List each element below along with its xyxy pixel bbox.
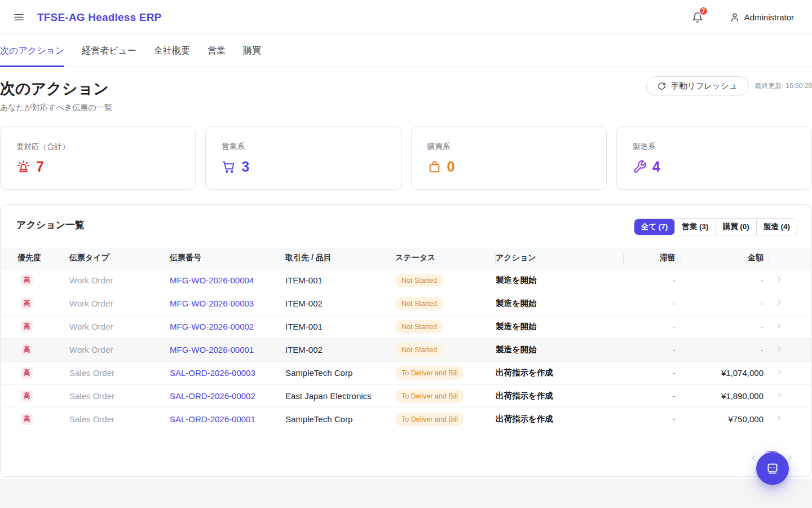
- party: SampleTech Corp: [285, 408, 395, 431]
- delay-value: -: [624, 292, 681, 315]
- siren-icon: [16, 160, 30, 174]
- table-row[interactable]: 高 Sales Order SAL-ORD-2026-00003 SampleT…: [1, 361, 811, 384]
- delay-value: -: [624, 315, 681, 338]
- action-label: 製造を開始: [496, 338, 624, 361]
- doc-type: Sales Order: [69, 408, 170, 431]
- amount-value: ¥1,890,000: [681, 384, 769, 408]
- party: ITEM-001: [285, 315, 395, 338]
- action-list-panel: アクション一覧 全て (7) 営業 (3) 購買 (0) 製造 (4) 優先度 …: [0, 204, 812, 477]
- doc-link[interactable]: SAL-ORD-2026-00001: [170, 414, 255, 424]
- amount-value: -: [681, 338, 769, 361]
- card-label: 要対応（合計）: [16, 142, 179, 152]
- party: ITEM-002: [285, 338, 395, 361]
- status-badge: To Deliver and Bill: [395, 413, 464, 426]
- action-table: 優先度 伝票タイプ 伝票番号 取引先 / 品目 ステータス アクション 滞留 金…: [1, 248, 811, 431]
- action-label: 製造を開始: [496, 292, 624, 315]
- doc-type: Sales Order: [69, 384, 170, 408]
- doc-link[interactable]: SAL-ORD-2026-00002: [170, 391, 255, 401]
- table-row[interactable]: 高 Work Order MFG-WO-2026-00003 ITEM-002 …: [1, 292, 811, 315]
- page-subtitle: あなたが対応すべき伝票の一覧: [0, 103, 812, 113]
- user-icon: [730, 12, 740, 23]
- app-title: TFSE-AG Headless ERP: [37, 11, 161, 24]
- card-manufacturing: 製造系 4: [616, 126, 812, 190]
- doc-link[interactable]: MFG-WO-2026-00002: [170, 322, 254, 331]
- chevron-right-icon[interactable]: [775, 344, 784, 353]
- filter-all[interactable]: 全て (7): [634, 219, 675, 235]
- status-badge: Not Started: [395, 297, 443, 310]
- doc-link[interactable]: MFG-WO-2026-00003: [170, 299, 254, 308]
- doc-type: Work Order: [69, 292, 170, 315]
- filter-manufacturing[interactable]: 製造 (4): [756, 219, 797, 235]
- tab-sales[interactable]: 営業: [208, 35, 226, 67]
- table-row[interactable]: 高 Work Order MFG-WO-2026-00002 ITEM-001 …: [1, 315, 811, 338]
- card-label: 営業系: [222, 142, 385, 152]
- priority-badge: 高: [21, 321, 33, 332]
- filter-sales[interactable]: 営業 (3): [674, 219, 715, 235]
- tab-purchase[interactable]: 購買: [243, 35, 261, 67]
- chevron-right-icon[interactable]: [775, 414, 784, 423]
- card-value: 4: [652, 159, 660, 175]
- priority-badge: 高: [21, 297, 33, 309]
- chevron-right-icon[interactable]: [775, 321, 784, 330]
- filter-group: 全て (7) 営業 (3) 購買 (0) 製造 (4): [634, 218, 797, 235]
- bot-icon: [765, 461, 780, 476]
- doc-link[interactable]: SAL-ORD-2026-00003: [170, 368, 255, 378]
- shopping-bag-icon: [427, 160, 442, 174]
- table-row[interactable]: 高 Work Order MFG-WO-2026-00004 ITEM-001 …: [1, 269, 811, 292]
- manual-refresh-button[interactable]: 手動リフレッシュ: [646, 76, 749, 95]
- action-label: 出荷指示を作成: [496, 384, 624, 408]
- notification-bell-icon[interactable]: 7: [692, 12, 703, 23]
- amount-value: ¥1,074,000: [681, 361, 769, 384]
- card-value: 7: [36, 159, 44, 175]
- table-row[interactable]: 高 Work Order MFG-WO-2026-00001 ITEM-002 …: [1, 338, 811, 361]
- card-value: 0: [447, 159, 455, 175]
- cart-icon: [222, 160, 236, 174]
- tab-company-overview[interactable]: 全社概要: [154, 35, 190, 67]
- status-badge: To Deliver and Bill: [395, 389, 464, 403]
- col-header-doc-type: 伝票タイプ: [69, 248, 170, 269]
- action-label: 出荷指示を作成: [496, 361, 624, 384]
- doc-type: Work Order: [69, 269, 170, 292]
- col-header-action: アクション: [496, 248, 624, 269]
- user-menu[interactable]: Administrator: [730, 12, 794, 23]
- action-label: 製造を開始: [496, 269, 624, 292]
- top-bar: TFSE-AG Headless ERP 7 Administrator: [0, 0, 812, 35]
- assistant-fab[interactable]: [756, 452, 789, 485]
- table-header-row: 優先度 伝票タイプ 伝票番号 取引先 / 品目 ステータス アクション 滞留 金…: [1, 248, 811, 269]
- app-window: TFSE-AG Headless ERP 7 Administrator 次のア…: [0, 0, 812, 479]
- amount-value: -: [681, 269, 769, 292]
- party: SampleTech Corp: [285, 361, 395, 384]
- amount-value: ¥750,000: [681, 408, 769, 431]
- chevron-right-icon[interactable]: [775, 367, 784, 376]
- filter-purchase[interactable]: 購買 (0): [716, 219, 756, 235]
- priority-badge: 高: [21, 413, 33, 425]
- doc-link[interactable]: MFG-WO-2026-00001: [170, 345, 254, 354]
- chevron-right-icon[interactable]: [775, 391, 784, 400]
- chevron-right-icon[interactable]: [775, 298, 784, 307]
- notification-count-badge: 7: [699, 6, 708, 16]
- col-header-doc-no: 伝票番号: [170, 248, 285, 269]
- doc-type: Work Order: [69, 315, 170, 338]
- wrench-icon: [633, 160, 647, 174]
- summary-cards: 要対応（合計） 7 営業系 3 購買系: [0, 126, 812, 190]
- tab-executive-view[interactable]: 経営者ビュー: [82, 35, 136, 67]
- hamburger-menu-icon[interactable]: [14, 12, 24, 23]
- chevron-right-icon[interactable]: [775, 275, 784, 284]
- user-name: Administrator: [744, 12, 794, 22]
- action-label: 製造を開始: [496, 315, 624, 338]
- card-label: 購買系: [427, 142, 590, 152]
- col-header-party: 取引先 / 品目: [285, 248, 395, 269]
- action-label: 出荷指示を作成: [496, 408, 624, 431]
- tab-next-actions[interactable]: 次のアクション: [0, 35, 64, 67]
- priority-badge: 高: [21, 367, 33, 379]
- party: ITEM-001: [285, 269, 395, 292]
- card-purchase: 購買系 0: [411, 126, 607, 190]
- col-header-amount: 金額: [681, 248, 769, 269]
- table-row[interactable]: 高 Sales Order SAL-ORD-2026-00001 SampleT…: [1, 408, 811, 431]
- card-value: 3: [241, 159, 249, 175]
- doc-link[interactable]: MFG-WO-2026-00004: [170, 275, 254, 285]
- amount-value: -: [681, 315, 769, 338]
- table-row[interactable]: 高 Sales Order SAL-ORD-2026-00002 East Ja…: [1, 384, 811, 408]
- status-badge: To Deliver and Bill: [395, 366, 464, 380]
- pagination: 1: [1, 431, 811, 476]
